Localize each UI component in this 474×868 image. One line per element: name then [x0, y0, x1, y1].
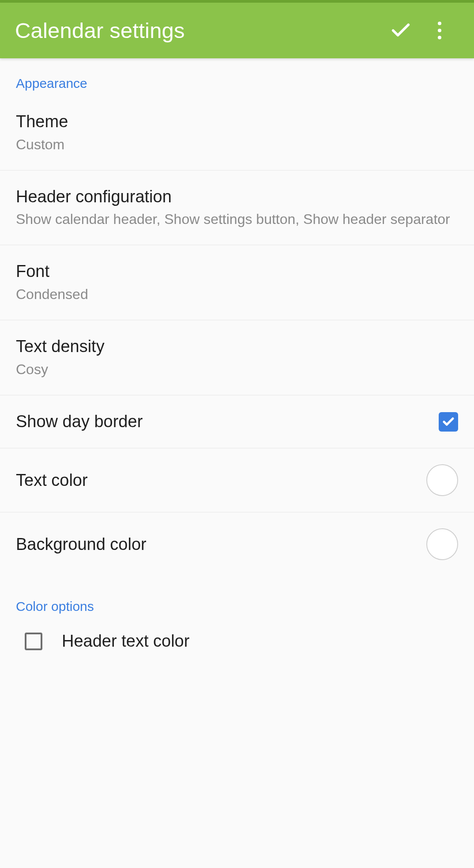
setting-background-color[interactable]: Background color: [0, 512, 474, 576]
page-title: Calendar settings: [15, 18, 381, 43]
setting-title: Theme: [16, 111, 458, 133]
setting-value: Cosy: [16, 360, 458, 379]
settings-list: Appearance Theme Custom Header configura…: [0, 58, 474, 868]
color-swatch-icon: [426, 464, 458, 496]
setting-title: Text density: [16, 336, 458, 357]
setting-text-color[interactable]: Text color: [0, 448, 474, 512]
section-header-appearance: Appearance: [0, 58, 474, 95]
setting-title: Font: [16, 261, 458, 282]
setting-value: Condensed: [16, 285, 458, 304]
overflow-menu-button[interactable]: [420, 11, 459, 50]
svg-point-0: [438, 22, 441, 25]
checkbox-control[interactable]: [439, 412, 458, 432]
confirm-button[interactable]: [381, 11, 420, 50]
setting-title: Header text color: [62, 632, 189, 651]
setting-title: Background color: [16, 534, 419, 555]
check-icon: [389, 19, 412, 42]
color-swatch-icon: [426, 528, 458, 560]
checkbox-unchecked-icon: [25, 633, 42, 650]
section-header-color-options: Color options: [0, 576, 474, 618]
setting-font[interactable]: Font Condensed: [0, 245, 474, 320]
setting-theme[interactable]: Theme Custom: [0, 95, 474, 171]
setting-title: Text color: [16, 470, 419, 491]
setting-header-text-color[interactable]: Header text color: [0, 618, 474, 651]
setting-text-density[interactable]: Text density Cosy: [0, 320, 474, 395]
checkbox-checked-icon: [439, 412, 458, 432]
svg-point-1: [438, 29, 441, 32]
setting-header-configuration[interactable]: Header configuration Show calendar heade…: [0, 171, 474, 246]
color-swatch-control[interactable]: [426, 464, 458, 496]
setting-show-day-border[interactable]: Show day border: [0, 395, 474, 449]
setting-value: Show calendar header, Show settings butt…: [16, 210, 458, 229]
setting-title: Show day border: [16, 411, 432, 432]
svg-point-2: [438, 36, 441, 39]
color-swatch-control[interactable]: [426, 528, 458, 560]
setting-title: Header configuration: [16, 186, 458, 208]
setting-value: Custom: [16, 135, 458, 154]
more-vert-icon: [437, 21, 442, 40]
app-bar: Calendar settings: [0, 3, 474, 58]
